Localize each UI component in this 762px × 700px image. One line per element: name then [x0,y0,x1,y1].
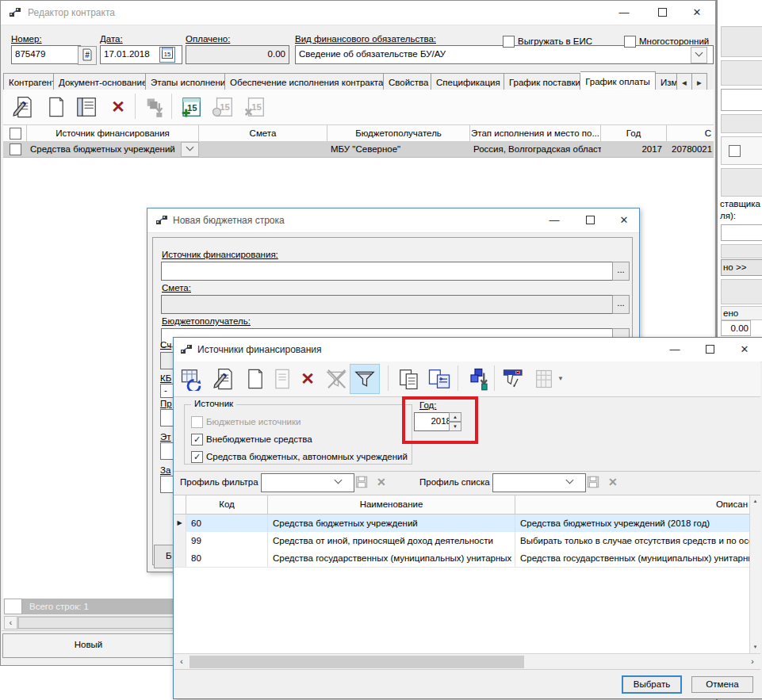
column-year[interactable]: Год [601,125,667,141]
smeta-browse-button[interactable]: ... [612,295,630,314]
scroll-down-button[interactable]: ▼ [750,641,760,654]
edit-button[interactable] [209,364,239,394]
column-code[interactable]: Код [186,495,268,514]
tab-payment-schedule[interactable]: График оплаты [580,71,656,90]
row-year-cell[interactable]: 2017 [601,141,665,157]
delete-list-profile-button[interactable]: ✕ [608,476,618,488]
column-receiver[interactable]: Бюджетополучатель [327,125,470,141]
close-button[interactable]: ✕ [611,208,638,232]
copy-special-button[interactable] [424,364,454,394]
new-button[interactable] [240,364,270,394]
close-button[interactable]: ✕ [729,338,760,361]
remove-payment-date-button[interactable]: 15 [239,92,270,122]
column-stage[interactable]: Этап исполнения и место по... [470,125,601,141]
code-cell[interactable]: 80 [186,549,268,567]
row-source-cell[interactable]: Средства бюджетных учреждений [27,141,179,157]
move-row-button[interactable] [140,92,170,122]
filter-profile-dropdown-button[interactable] [331,475,345,489]
number-input[interactable]: 875479 [11,45,81,64]
new-row-button[interactable] [41,92,71,122]
column-source[interactable]: Источник финансирования [27,125,199,141]
bg-field-fragment[interactable] [721,89,762,111]
save-filter-profile-button[interactable] [354,475,369,491]
view-row-button[interactable] [71,92,101,122]
sources-vscrollbar[interactable]: ▲ ▼ [749,495,760,654]
column-smeta[interactable]: Смета [199,125,327,141]
columns-button[interactable] [529,364,559,394]
multilateral-checkbox[interactable] [624,36,636,48]
obligation-type-combo[interactable]: Сведение об обязательстве БУ/АУ [295,45,714,64]
column-name[interactable]: Наименование [268,495,515,514]
minimize-button[interactable]: — [540,208,569,232]
tab-delivery-schedule[interactable]: График поставки [504,73,580,90]
row-checkbox[interactable] [10,143,21,155]
bg-expand-button-fragment[interactable]: но >> [721,259,762,276]
tab-contract-security[interactable]: Обеспечение исполнения контракта [225,73,384,90]
source-row-80[interactable]: 80 Средства государственных (муниципальн… [174,549,749,568]
tab-document-basis[interactable]: Документ-основание [54,73,146,90]
bg-field-fragment[interactable] [721,224,762,241]
column-sum[interactable]: С [667,125,714,141]
scroll-right-button[interactable]: › [746,656,759,668]
close-button[interactable]: ✕ [681,1,713,25]
columns-dropdown-caret[interactable]: ▼ [557,375,564,382]
extrabudget-checkbox[interactable]: ✓ [191,434,203,446]
source-browse-button[interactable]: ... [612,262,630,281]
row-receiver-cell[interactable]: МБУ "Северное" [327,141,470,157]
source-input[interactable] [161,262,619,281]
code-cell[interactable]: 60 [186,514,268,532]
description-cell[interactable]: Выбирать только в случае отсутствия сред… [515,532,749,549]
tab-execution-stages[interactable]: Этапы исполнения [146,73,225,90]
tab-contragent[interactable]: Контрагент [3,73,54,90]
scroll-left-button[interactable]: ‹ [4,616,17,629]
hscroll-thumb[interactable] [190,656,524,668]
column-description[interactable]: Описан [515,495,749,514]
new-button[interactable]: Новый [2,633,174,658]
tab-changes[interactable]: Изм [656,73,677,90]
maximize-button[interactable] [576,208,604,232]
edit-row-button[interactable] [8,92,38,122]
minimize-button[interactable]: — [608,1,640,25]
delete-filter-profile-button[interactable]: ✕ [377,476,386,488]
code-cell[interactable]: 99 [186,532,268,549]
filter-builder-button[interactable] [499,364,529,394]
sort-button[interactable] [464,364,494,394]
export-eis-checkbox[interactable] [503,36,515,48]
list-profile-dropdown-button[interactable] [562,475,576,489]
clear-filter-button[interactable] [321,364,351,394]
delete-button[interactable]: ✕ [293,364,323,394]
add-payment-date-button[interactable]: 15 [176,92,206,122]
filter-button[interactable] [350,364,380,394]
maximize-button[interactable] [646,1,678,25]
row-source-dropdown-button[interactable] [181,142,199,157]
bu-au-checkbox[interactable]: ✓ [191,451,203,463]
tab-specification[interactable]: Спецификация [431,73,504,90]
budget-sources-checkbox[interactable] [191,416,203,428]
date-picker-button[interactable]: 15 [159,47,175,63]
obligation-type-dropdown-button[interactable] [691,47,707,63]
description-cell[interactable]: Средства государственных (муниципальных)… [515,549,749,567]
tab-scroll-right-button[interactable]: ▸ [692,73,707,90]
minimize-button[interactable]: — [659,338,691,361]
name-cell[interactable]: Средства государственных (муниципальных)… [268,549,515,567]
cancel-button[interactable]: Отмена [691,676,753,693]
delete-row-button[interactable]: ✕ [103,92,133,122]
copy-button[interactable] [394,364,424,394]
scroll-up-button[interactable]: ▲ [750,495,760,508]
row-stage-cell[interactable]: Россия, Волгоградская област [470,141,601,157]
bg-checkbox[interactable] [729,145,741,157]
pay-schedule-button[interactable]: 15 [208,92,238,122]
source-row-60[interactable]: ▶ 60 Средства бюджетных учреждений Средс… [174,514,749,533]
save-list-profile-button[interactable] [586,475,600,491]
source-row-99[interactable]: 99 Средства от иной, приносящей доход де… [174,532,749,550]
select-all-checkbox[interactable] [10,128,21,140]
number-generator-button[interactable]: # [78,46,97,65]
maximize-button[interactable] [694,338,726,361]
description-cell[interactable]: Средства бюджетных учреждений (2018 год) [515,514,749,532]
tab-properties[interactable]: Свойства [384,73,431,90]
refresh-button[interactable] [177,364,207,394]
name-cell[interactable]: Средства бюджетных учреждений [268,514,515,532]
payment-table-row[interactable]: Средства бюджетных учреждений МБУ "Север… [3,141,714,158]
tab-scroll-left-button[interactable]: ◂ [677,73,692,90]
name-cell[interactable]: Средства от иной, приносящей доход деяте… [268,532,515,549]
